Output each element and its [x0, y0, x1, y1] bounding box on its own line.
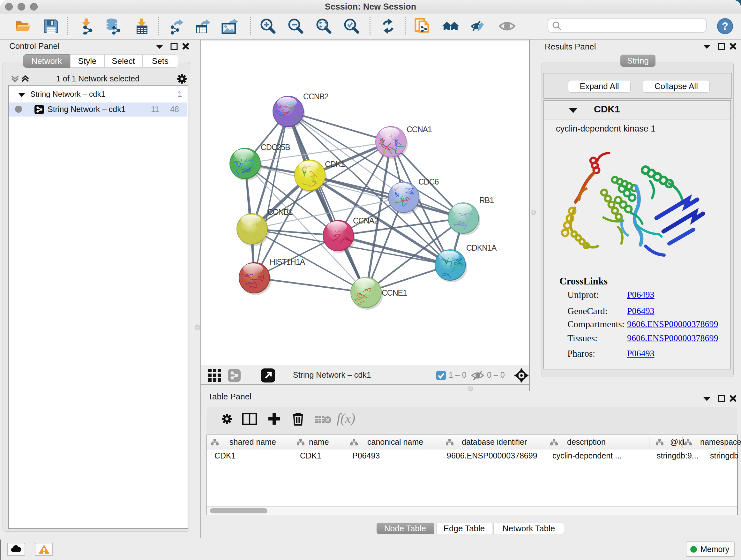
svg-text:CDKN1A: CDKN1A — [466, 243, 497, 252]
svg-text:CCNE1: CCNE1 — [382, 288, 407, 297]
svg-text:CDC6: CDC6 — [418, 177, 439, 186]
svg-text:CDC25B: CDC25B — [261, 143, 290, 152]
svg-text:CCNB1: CCNB1 — [267, 207, 293, 216]
svg-text:CDK1: CDK1 — [325, 160, 345, 169]
svg-text:HIST1H1A: HIST1H1A — [270, 257, 305, 266]
svg-text:CCNB2: CCNB2 — [303, 92, 328, 101]
svg-text:?: ? — [722, 20, 728, 32]
svg-text:CCNA1: CCNA1 — [407, 125, 432, 134]
svg-text:RB1: RB1 — [479, 196, 494, 205]
svg-text:CCNA2: CCNA2 — [353, 216, 378, 225]
